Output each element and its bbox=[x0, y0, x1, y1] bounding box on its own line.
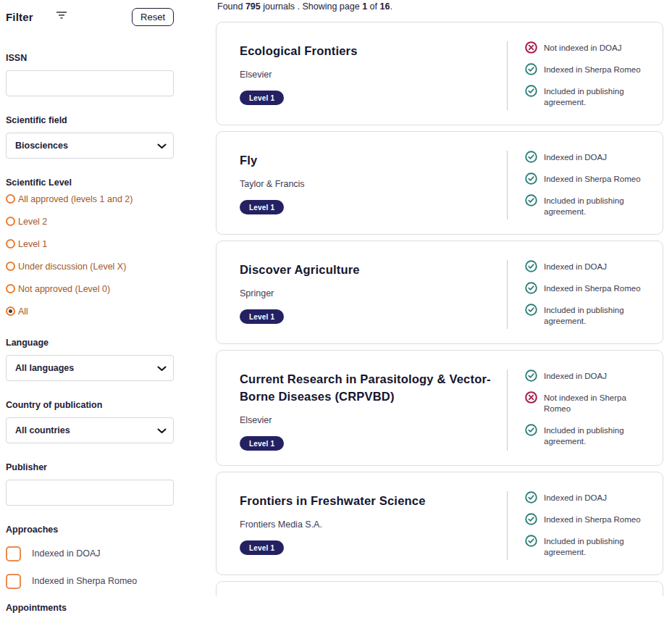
check-circle-icon bbox=[525, 151, 537, 163]
journal-card-main: Frontiers in Freshwater Science Frontier… bbox=[217, 491, 507, 560]
cross-circle-icon bbox=[525, 391, 537, 404]
status-text: Not indexed in DOAJ bbox=[544, 41, 621, 54]
journal-publisher: Frontiers Media S.A. bbox=[240, 519, 492, 530]
publisher-input[interactable] bbox=[6, 480, 174, 506]
checkbox-option-label: Indexed in DOAJ bbox=[32, 548, 101, 559]
scientific-level-options: All approved (levels 1 and 2) Level 2 Le… bbox=[6, 193, 174, 323]
journal-card-main: Current Research in Parasitology & Vecto… bbox=[217, 369, 507, 451]
scientific-field-group: Scientific field Biosciences bbox=[6, 115, 174, 159]
checkbox-option[interactable]: Indexed in DOAJ bbox=[6, 545, 174, 562]
status-text: Included in publishing agreement. bbox=[544, 194, 652, 217]
radio-option[interactable]: Not approved (Level 0) bbox=[6, 283, 174, 301]
journal-publisher: Elsevier bbox=[240, 415, 492, 425]
filter-title: Filter bbox=[6, 11, 33, 23]
language-group: Language All languages bbox=[6, 338, 174, 381]
status-row: Indexed in DOAJ bbox=[525, 369, 652, 382]
journal-card[interactable]: Fly Taylor & Francis Level 1 Indexed in … bbox=[216, 131, 663, 235]
journal-card[interactable]: Discover Agriculture Springer Level 1 In… bbox=[216, 241, 663, 344]
journal-title[interactable]: Ecological Frontiers bbox=[240, 43, 492, 60]
approaches-group: Approaches Indexed in DOAJ Indexed in Sh… bbox=[6, 525, 174, 590]
radio-icon bbox=[6, 217, 15, 226]
results-panel: Found 795 journals . Showing page 1 of 1… bbox=[216, 0, 663, 596]
status-row: Indexed in DOAJ bbox=[525, 260, 652, 272]
radio-option-label: All approved (levels 1 and 2) bbox=[18, 193, 133, 205]
status-row: Not indexed in DOAJ bbox=[525, 41, 652, 54]
status-text: Indexed in Sherpa Romeo bbox=[544, 172, 641, 185]
approaches-options: Indexed in DOAJ Indexed in Sherpa Romeo bbox=[6, 545, 174, 590]
check-circle-icon bbox=[525, 194, 537, 206]
radio-option[interactable]: Under discussion (Level X) bbox=[6, 261, 174, 278]
check-circle-icon bbox=[525, 282, 537, 294]
radio-option[interactable]: All approved (levels 1 and 2) bbox=[6, 193, 174, 211]
publisher-label: Publisher bbox=[6, 462, 174, 472]
journal-title[interactable]: Current Research in Parasitology & Vecto… bbox=[240, 371, 492, 406]
radio-option[interactable]: Level 2 bbox=[6, 216, 174, 233]
cross-circle-icon bbox=[525, 41, 537, 54]
journal-title[interactable]: Fly bbox=[240, 152, 492, 170]
issn-group: ISSN bbox=[6, 53, 174, 96]
status-text: Indexed in Sherpa Romeo bbox=[544, 282, 641, 294]
approaches-label: Approaches bbox=[6, 525, 174, 535]
publisher-group: Publisher bbox=[6, 462, 174, 506]
journal-card[interactable]: Ecological Frontiers Elsevier Level 1 No… bbox=[216, 22, 663, 125]
status-row: Indexed in DOAJ bbox=[525, 151, 652, 163]
check-circle-icon bbox=[525, 513, 537, 525]
status-text: Indexed in DOAJ bbox=[544, 151, 607, 163]
check-circle-icon bbox=[525, 85, 537, 97]
radio-icon bbox=[6, 262, 15, 271]
country-label: Country of publication bbox=[6, 400, 174, 410]
check-circle-icon bbox=[525, 491, 537, 504]
journal-publisher: Springer bbox=[240, 288, 492, 298]
scientific-level-group: Scientific Level All approved (levels 1 … bbox=[6, 178, 174, 323]
journal-card-list: Ecological Frontiers Elsevier Level 1 No… bbox=[216, 22, 663, 575]
filter-sidebar: Filter Reset ISSN Scientific field Biosc… bbox=[6, 7, 174, 618]
radio-icon bbox=[6, 306, 15, 316]
checkbox-option[interactable]: Indexed in Sherpa Romeo bbox=[6, 572, 174, 590]
status-row: Included in publishing agreement. bbox=[525, 304, 652, 327]
level-badge: Level 1 bbox=[240, 540, 284, 555]
scientific-field-select[interactable]: Biosciences bbox=[6, 133, 174, 159]
issn-input[interactable] bbox=[6, 70, 174, 96]
results-summary: Found 795 journals . Showing page 1 of 1… bbox=[217, 1, 663, 12]
checkbox-icon bbox=[6, 574, 21, 589]
radio-option-label: Level 2 bbox=[18, 216, 47, 227]
status-row: Indexed in Sherpa Romeo bbox=[525, 513, 652, 525]
radio-icon bbox=[6, 284, 15, 293]
journal-publisher: Elsevier bbox=[240, 70, 492, 80]
journal-publisher: Taylor & Francis bbox=[240, 179, 492, 189]
reset-button[interactable]: Reset bbox=[132, 8, 174, 26]
status-row: Indexed in Sherpa Romeo bbox=[525, 282, 652, 294]
journal-card-main: Ecological Frontiers Elsevier Level 1 bbox=[217, 41, 507, 110]
status-list: Indexed in DOAJ Indexed in Sherpa Romeo … bbox=[507, 491, 652, 560]
radio-option[interactable]: Level 1 bbox=[6, 238, 174, 256]
filter-header: Filter Reset bbox=[6, 7, 174, 27]
radio-option-label: Not approved (Level 0) bbox=[18, 283, 110, 295]
radio-option[interactable]: All bbox=[6, 306, 174, 323]
country-select[interactable]: All countries bbox=[6, 417, 174, 443]
level-badge: Level 1 bbox=[240, 436, 284, 451]
journal-card[interactable]: Current Research in Parasitology & Vecto… bbox=[216, 350, 663, 466]
appointments-group: Appointments Included in publishing agre… bbox=[6, 603, 174, 618]
check-circle-icon bbox=[525, 424, 537, 436]
appointments-label: Appointments bbox=[6, 603, 174, 613]
status-text: Included in publishing agreement. bbox=[544, 424, 652, 447]
funnel-lines-icon[interactable] bbox=[55, 9, 68, 24]
radio-option-label: Under discussion (Level X) bbox=[18, 261, 126, 272]
status-row: Indexed in DOAJ bbox=[525, 491, 652, 504]
language-select[interactable]: All languages bbox=[6, 355, 174, 381]
status-text: Indexed in DOAJ bbox=[544, 260, 607, 272]
status-text: Not indexed in Sherpa Romeo bbox=[544, 391, 652, 414]
journal-card-partial[interactable] bbox=[216, 581, 663, 596]
journal-title[interactable]: Discover Agriculture bbox=[240, 262, 492, 279]
radio-icon bbox=[6, 239, 15, 249]
status-row: Included in publishing agreement. bbox=[525, 424, 652, 447]
scientific-field-label: Scientific field bbox=[6, 115, 174, 125]
status-list: Indexed in DOAJ Indexed in Sherpa Romeo … bbox=[507, 151, 652, 220]
radio-option-label: All bbox=[18, 306, 28, 317]
journal-title[interactable]: Frontiers in Freshwater Science bbox=[240, 493, 492, 510]
level-badge: Level 1 bbox=[240, 200, 284, 214]
status-text: Indexed in DOAJ bbox=[544, 369, 607, 382]
journal-card[interactable]: Frontiers in Freshwater Science Frontier… bbox=[216, 472, 663, 575]
status-text: Included in publishing agreement. bbox=[544, 304, 652, 327]
journal-card-main: Discover Agriculture Springer Level 1 bbox=[217, 260, 507, 329]
